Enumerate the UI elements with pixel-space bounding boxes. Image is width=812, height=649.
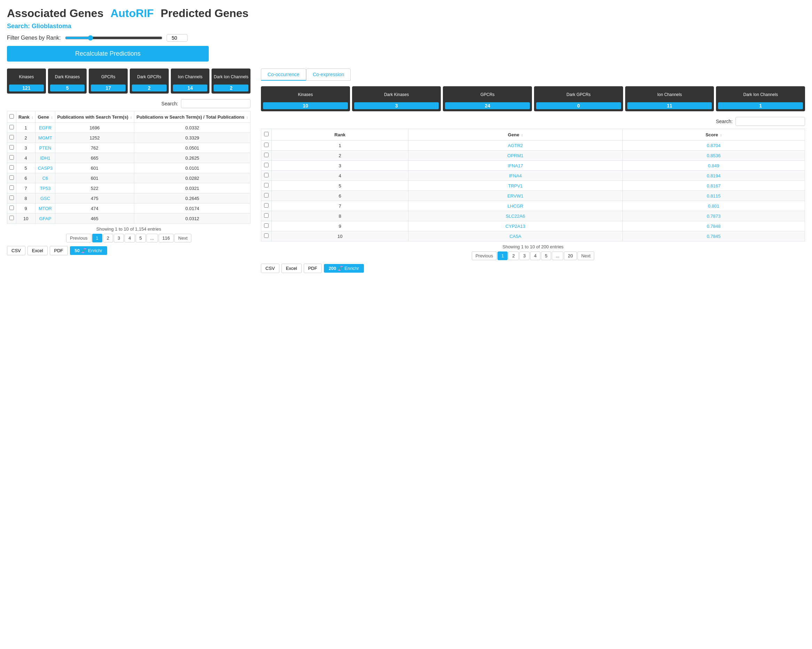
right-enrichr-num: 200 [329,266,336,271]
left-category-card-dark-gpcrs[interactable]: Dark GPCRs2 [130,69,169,94]
right-category-card-dark-kinases[interactable]: Dark Kinases3 [352,86,441,111]
right-row-checkbox[interactable] [264,163,269,167]
tab-co-occurrence[interactable]: Co-occurrence [261,69,306,81]
page-button-20[interactable]: 20 [564,251,577,260]
rank-filter-input[interactable] [166,34,188,42]
left-gene-cell[interactable]: GSC [35,193,55,203]
right-row-checkbox[interactable] [264,143,269,147]
right-enrichr-button[interactable]: 200 🧬 Enrichr [324,264,364,273]
rank-filter-slider[interactable] [65,35,162,41]
left-category-card-gpcrs[interactable]: GPCRs17 [89,69,128,94]
left-row-checkbox[interactable] [9,145,14,149]
left-category-card-dark-ion-channels[interactable]: Dark Ion Channels2 [212,69,250,94]
right-csv-button[interactable]: CSV [261,264,279,273]
right-pdf-button[interactable]: PDF [304,264,322,273]
right-rank-cell: 9 [272,221,408,231]
recalculate-button[interactable]: Recalculate Predictions [7,46,209,62]
left-csv-button[interactable]: CSV [7,246,25,255]
left-category-card-dark-kinases[interactable]: Dark Kinases5 [48,69,87,94]
left-select-all[interactable] [9,114,14,119]
page-button-1[interactable]: 1 [498,251,508,260]
left-col-gene[interactable]: Gene ↕ [35,111,55,123]
right-col-rank[interactable]: Rank [272,129,408,140]
right-row-checkbox[interactable] [264,153,269,157]
right-row-checkbox[interactable] [264,193,269,198]
page-button-...[interactable]: ... [147,234,158,242]
page-button-1[interactable]: 1 [92,234,102,242]
right-row-checkbox[interactable] [264,173,269,177]
left-row-checkbox[interactable] [9,206,14,210]
page-button-4[interactable]: 4 [530,251,540,260]
left-gene-cell[interactable]: EGFR [35,123,55,133]
right-row-checkbox[interactable] [264,203,269,208]
left-col-pubs[interactable]: Publications with Search Term(s) ↕ [55,111,134,123]
page-button-2[interactable]: 2 [508,251,518,260]
left-ratio-cell: 0.0501 [134,143,250,153]
left-gene-cell[interactable]: MGMT [35,133,55,143]
page-button-5[interactable]: 5 [541,251,551,260]
right-score-cell: 0.7845 [623,231,805,241]
left-gene-cell[interactable]: C6 [35,173,55,183]
next-button[interactable]: Next [174,234,191,242]
left-row-checkbox[interactable] [9,155,14,160]
left-row-checkbox[interactable] [9,185,14,190]
right-row-checkbox[interactable] [264,183,269,187]
table-row: 2 MGMT 1252 0.3329 [7,133,250,143]
left-gene-cell[interactable]: CASP3 [35,163,55,173]
left-gene-cell[interactable]: PTEN [35,143,55,153]
left-gene-cell[interactable]: IDH1 [35,153,55,163]
page-button-4[interactable]: 4 [125,234,134,242]
tab-co-expression[interactable]: Co-expression [306,69,351,81]
right-category-card-dark-gpcrs[interactable]: Dark GPCRs0 [534,86,623,111]
left-category-card-kinases[interactable]: Kinases121 [7,69,46,94]
right-category-card-gpcrs[interactable]: GPCRs24 [443,86,532,111]
page-button-116[interactable]: 116 [159,234,174,242]
left-panel: Kinases121Dark Kinases5GPCRs17Dark GPCRs… [7,69,250,273]
right-row-checkbox[interactable] [264,213,269,218]
page-button-3[interactable]: 3 [519,251,530,260]
left-gene-cell[interactable]: MTOR [35,203,55,213]
right-gene-cell[interactable]: OPRM1 [408,151,623,161]
right-col-gene[interactable]: Gene ↕ [408,129,623,140]
right-excel-button[interactable]: Excel [281,264,302,273]
prev-button[interactable]: Previous [66,234,92,242]
right-col-score[interactable]: Score ↕ [623,129,805,140]
right-gene-cell[interactable]: ERVW1 [408,191,623,201]
right-category-card-ion-channels[interactable]: Ion Channels11 [625,86,714,111]
next-button[interactable]: Next [577,251,595,260]
right-category-card-dark-ion-channels[interactable]: Dark Ion Channels1 [716,86,805,111]
right-row-checkbox[interactable] [264,233,269,238]
right-gene-cell[interactable]: CYP2A13 [408,221,623,231]
right-search-input[interactable] [736,117,805,126]
left-pdf-button[interactable]: PDF [50,246,68,255]
left-row-checkbox[interactable] [9,195,14,200]
page-button-...[interactable]: ... [552,251,563,260]
right-category-card-kinases[interactable]: Kinases10 [261,86,350,111]
left-excel-button[interactable]: Excel [27,246,48,255]
right-select-all[interactable] [264,132,269,136]
page-button-2[interactable]: 2 [103,234,113,242]
right-gene-cell[interactable]: TRPV1 [408,181,623,191]
right-gene-cell[interactable]: AGTR2 [408,140,623,151]
page-button-5[interactable]: 5 [136,234,146,242]
left-gene-cell[interactable]: GFAP [35,213,55,224]
left-enrichr-button[interactable]: 50 🧬 Enrichr [70,246,107,255]
prev-button[interactable]: Previous [472,251,497,260]
left-category-card-ion-channels[interactable]: Ion Channels14 [171,69,210,94]
right-gene-cell[interactable]: SLC22A6 [408,211,623,221]
left-col-ratio[interactable]: Publications w Search Term(s) / Total Pu… [134,111,250,123]
left-search-input[interactable] [181,99,250,108]
left-row-checkbox[interactable] [9,125,14,129]
right-gene-cell[interactable]: CA5A [408,231,623,241]
left-row-checkbox[interactable] [9,165,14,170]
right-gene-cell[interactable]: LHCGR [408,201,623,211]
page-button-3[interactable]: 3 [114,234,124,242]
right-gene-cell[interactable]: IFNA17 [408,161,623,171]
left-row-checkbox[interactable] [9,216,14,220]
right-gene-cell[interactable]: IFNA4 [408,171,623,181]
left-row-checkbox[interactable] [9,135,14,139]
right-row-checkbox[interactable] [264,223,269,228]
left-col-rank[interactable]: Rank ↕ [16,111,35,123]
left-gene-cell[interactable]: TP53 [35,183,55,193]
left-row-checkbox[interactable] [9,175,14,180]
